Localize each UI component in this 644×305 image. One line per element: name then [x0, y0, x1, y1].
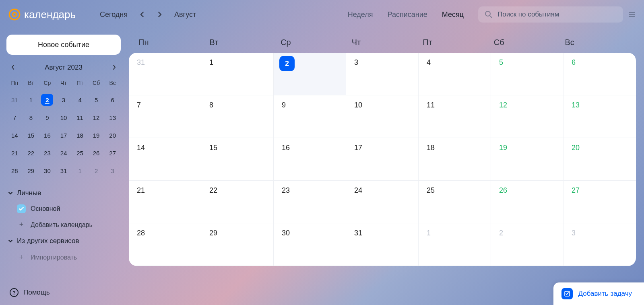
mini-day-cell[interactable]: 2 [39, 91, 56, 109]
calendar-day-cell[interactable]: 6 [564, 53, 636, 95]
calendar-item[interactable]: Основной [6, 201, 121, 216]
mini-day-cell[interactable]: 1 [72, 162, 88, 179]
mini-day-cell[interactable]: 17 [56, 126, 72, 144]
mini-day-cell[interactable]: 25 [72, 144, 88, 162]
calendar-day-cell[interactable]: 30 [274, 223, 346, 266]
mini-day-cell[interactable]: 5 [88, 91, 105, 109]
mini-day-cell[interactable]: 14 [6, 126, 23, 144]
calendar-day-cell[interactable]: 21 [129, 181, 201, 223]
mini-day-cell[interactable]: 20 [104, 126, 121, 144]
calendar-day-cell[interactable]: 8 [201, 95, 274, 138]
mini-next-button[interactable] [110, 64, 118, 71]
calendar-day-cell[interactable]: 5 [491, 53, 564, 95]
view-tab-month[interactable]: Месяц [442, 10, 464, 19]
next-month-button[interactable] [157, 11, 163, 18]
main-day-header: Сб [489, 38, 560, 47]
mini-day-cell[interactable]: 10 [56, 109, 72, 126]
mini-day-cell[interactable]: 28 [6, 162, 23, 179]
view-tab-schedule[interactable]: Расписание [387, 10, 427, 19]
add-task-button[interactable]: Добавить задачу [553, 282, 644, 305]
calendar-day-cell[interactable]: 14 [129, 138, 201, 181]
mini-day-cell[interactable]: 15 [23, 126, 39, 144]
mini-day-cell[interactable]: 16 [39, 126, 56, 144]
view-tab-week[interactable]: Неделя [348, 10, 373, 19]
mini-day-cell[interactable]: 22 [23, 144, 39, 162]
calendar-day-cell[interactable]: 31 [346, 223, 419, 266]
search-box[interactable] [478, 6, 623, 23]
calendar-day-cell[interactable]: 11 [419, 95, 491, 138]
mini-day-cell[interactable]: 31 [56, 162, 72, 179]
calendar-day-cell[interactable]: 7 [129, 95, 201, 138]
mini-day-cell[interactable]: 3 [56, 91, 72, 109]
svg-point-1 [12, 12, 17, 16]
calendar-checkbox[interactable] [17, 204, 26, 213]
calendar-day-cell[interactable]: 18 [419, 138, 491, 181]
mini-day-cell[interactable]: 18 [72, 126, 88, 144]
today-button[interactable]: Сегодня [100, 10, 128, 19]
calendar-day-cell[interactable]: 10 [346, 95, 419, 138]
mini-calendar: Август 2023 ПнВтСрЧтПтСбВс31123456789101… [6, 64, 121, 179]
calendar-day-cell[interactable]: 15 [201, 138, 274, 181]
mini-day-header: Ср [39, 77, 56, 91]
prev-month-button[interactable] [139, 11, 145, 18]
calendar-day-cell[interactable]: 19 [491, 138, 564, 181]
calendar-day-cell[interactable]: 24 [346, 181, 419, 223]
calendar-day-cell[interactable]: 31 [129, 53, 201, 95]
calendar-day-cell[interactable]: 22 [201, 181, 274, 223]
mini-day-cell[interactable]: 11 [72, 109, 88, 126]
sidebar: Новое событие Август 2023 ПнВтСрЧтПтСбВс… [6, 35, 121, 266]
mini-day-cell[interactable]: 24 [56, 144, 72, 162]
search-input[interactable] [497, 10, 617, 19]
calendar-day-cell[interactable]: 20 [564, 138, 636, 181]
mini-day-cell[interactable]: 12 [88, 109, 105, 126]
section-other-services[interactable]: Из других сервисов [6, 233, 121, 249]
mini-day-cell[interactable]: 29 [23, 162, 39, 179]
calendar-day-cell[interactable]: 2 [491, 223, 564, 266]
calendar-day-cell[interactable]: 28 [129, 223, 201, 266]
calendar-day-cell[interactable]: 13 [564, 95, 636, 138]
import-button[interactable]: + Импортировать [6, 249, 121, 266]
calendar-day-cell[interactable]: 1 [201, 53, 274, 95]
menu-icon[interactable] [628, 10, 636, 19]
calendar-day-cell[interactable]: 3 [564, 223, 636, 266]
new-event-button[interactable]: Новое событие [6, 35, 121, 55]
mini-day-cell[interactable]: 13 [104, 109, 121, 126]
calendar-day-cell[interactable]: 27 [564, 181, 636, 223]
mini-day-cell[interactable]: 19 [88, 126, 105, 144]
section-personal[interactable]: Личные [6, 185, 121, 201]
mini-day-cell[interactable]: 9 [39, 109, 56, 126]
mini-day-cell[interactable]: 21 [6, 144, 23, 162]
add-calendar-button[interactable]: + Добавить календарь [6, 216, 121, 233]
mini-day-cell[interactable]: 1 [23, 91, 39, 109]
calendar-day-cell[interactable]: 9 [274, 95, 346, 138]
mini-day-cell[interactable]: 7 [6, 109, 23, 126]
mini-day-cell[interactable]: 27 [104, 144, 121, 162]
mini-prev-button[interactable] [9, 64, 17, 71]
chevron-right-icon [158, 12, 162, 17]
main-calendar: ПнВтСрЧтПтСбВс 3112345678910111213141516… [129, 38, 636, 266]
logo[interactable]: календарь [8, 8, 76, 21]
mini-day-cell[interactable]: 3 [104, 162, 121, 179]
calendar-day-cell[interactable]: 23 [274, 181, 346, 223]
calendar-day-cell[interactable]: 1 [419, 223, 491, 266]
import-label: Импортировать [31, 254, 77, 261]
calendar-day-cell[interactable]: 29 [201, 223, 274, 266]
calendar-day-cell[interactable]: 16 [274, 138, 346, 181]
help-button[interactable]: ? Помощь [10, 288, 50, 297]
mini-day-cell[interactable]: 8 [23, 109, 39, 126]
calendar-day-cell[interactable]: 3 [346, 53, 419, 95]
mini-day-cell[interactable]: 30 [39, 162, 56, 179]
mini-day-cell[interactable]: 2 [88, 162, 105, 179]
mini-day-cell[interactable]: 26 [88, 144, 105, 162]
calendar-day-cell[interactable]: 25 [419, 181, 491, 223]
mini-day-cell[interactable]: 23 [39, 144, 56, 162]
mini-day-cell[interactable]: 6 [104, 91, 121, 109]
calendar-day-cell[interactable]: 2 [274, 53, 346, 95]
mini-day-cell[interactable]: 4 [72, 91, 88, 109]
mini-day-cell[interactable]: 31 [6, 91, 23, 109]
calendar-day-cell[interactable]: 12 [491, 95, 564, 138]
calendar-day-cell[interactable]: 17 [346, 138, 419, 181]
mini-day-header: Пн [6, 77, 23, 91]
calendar-day-cell[interactable]: 26 [491, 181, 564, 223]
calendar-day-cell[interactable]: 4 [419, 53, 491, 95]
